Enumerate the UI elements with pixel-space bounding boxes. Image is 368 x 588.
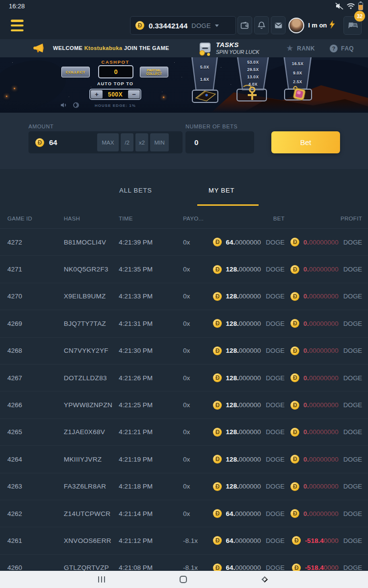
doge-coin-icon: Ð: [290, 482, 299, 491]
bet-amount: 128.000000: [226, 293, 261, 300]
cell-profit: Ð 0.00000000 DOGE: [285, 238, 362, 246]
cell-payout: 0x: [183, 510, 216, 517]
username-label[interactable]: I m on: [308, 22, 327, 29]
lantern-glow: [14, 88, 15, 89]
table-row[interactable]: 4267 DOTZLLDZ83 4:21:26 PM 0x Ð 128.0000…: [0, 365, 368, 392]
table-row[interactable]: 4265 Z1JAE0X68V 4:21:21 PM 0x Ð 128.0000…: [0, 419, 368, 446]
tasks-block[interactable]: TASKS SPIN YOUR LUCK: [216, 41, 260, 55]
menu-icon[interactable]: [11, 20, 24, 31]
profit-currency: DOGE: [343, 374, 362, 382]
table-header: GAME ID HASH TIME PAYO... BET PROFIT: [0, 208, 368, 229]
doge-coin-icon: Ð: [290, 455, 299, 464]
cell-game-id: 4267: [7, 374, 64, 382]
table-row[interactable]: 4261 XNVOOS6ERR 4:21:12 PM -8.1x Ð 64.00…: [0, 527, 368, 554]
doge-coin-icon: Ð: [290, 346, 299, 355]
bet-amount: 128.000000: [226, 347, 261, 354]
bet-amount: 64.0000000: [226, 239, 261, 246]
cell-bet: Ð 128.000000 DOGE: [216, 455, 285, 464]
bet-currency: DOGE: [266, 320, 285, 327]
rank-link[interactable]: ★ RANK: [286, 39, 315, 57]
table-row[interactable]: 4266 YPWW8ZNPZN 4:21:25 PM 0x Ð 128.0000…: [0, 392, 368, 418]
doge-coin-icon: Ð: [213, 455, 222, 464]
tasks-chest-icon[interactable]: [196, 40, 214, 57]
profit-currency: DOGE: [343, 293, 362, 300]
header-hash: HASH: [64, 216, 119, 221]
chat-badge: 32: [354, 11, 365, 22]
table-row[interactable]: 4264 MKIIIYJVRZ 4:21:19 PM 0x Ð 128.0000…: [0, 446, 368, 473]
table-row[interactable]: 4268 CN7VYKY2YF 4:21:30 PM 0x Ð 128.0000…: [0, 338, 368, 365]
multiplier-label: 29.5X: [247, 67, 259, 72]
wallet-button[interactable]: [237, 16, 252, 34]
cell-bet: Ð 128.000000 DOGE: [216, 401, 285, 410]
doge-coin-icon: Ð: [290, 265, 299, 274]
home-icon[interactable]: [180, 576, 187, 583]
profit-currency: DOGE: [343, 537, 362, 544]
header-game-id: GAME ID: [7, 216, 64, 221]
amount-input[interactable]: Ð 64 MAX /2 x2 MIN: [28, 131, 183, 153]
cell-bet: Ð 64.0000000 DOGE: [216, 238, 285, 246]
balance-selector[interactable]: Ð 0.33442144 DOGE: [130, 16, 236, 35]
cashpot-value: 0: [98, 65, 133, 78]
messages-button[interactable]: [271, 16, 286, 34]
number-of-bets-input[interactable]: 0: [185, 131, 254, 153]
recent-apps-icon[interactable]: [98, 576, 105, 583]
number-of-bets-label: NUMBER OF BETS: [185, 123, 237, 129]
min-button[interactable]: MIN: [150, 133, 169, 151]
bets-tabs: ALL BETS MY BET: [0, 169, 368, 208]
double-button[interactable]: x2: [135, 133, 148, 151]
table-row[interactable]: 4272 B81MOCLI4V 4:21:39 PM 0x Ð 64.00000…: [0, 229, 368, 256]
max-button[interactable]: MAX: [97, 133, 119, 151]
notifications-button[interactable]: [254, 16, 269, 34]
multiplier-label: 13.0X: [247, 74, 259, 79]
partial-collect-button[interactable]: PARTIAL COLLECT: [140, 67, 168, 77]
cell-hash: CN7VYKY2YF: [64, 347, 119, 354]
increase-button[interactable]: +: [91, 90, 103, 98]
cell-payout: -8.1x: [183, 537, 216, 544]
cell-payout: 0x: [183, 428, 216, 436]
table-row[interactable]: 4270 X9EILB9UMZ 4:21:33 PM 0x Ð 128.0000…: [0, 283, 368, 310]
doge-coin-icon: Ð: [213, 428, 222, 437]
cell-payout: 0x: [183, 293, 216, 300]
collect-button[interactable]: COLLECT: [61, 67, 90, 77]
multiplier-label: 9.0X: [293, 71, 302, 75]
cell-game-id: 4262: [7, 510, 64, 517]
doge-coin-icon: Ð: [135, 21, 144, 30]
megaphone-icon: [33, 43, 45, 53]
multiplier-label: 5.0X: [200, 65, 210, 70]
tab-all-bets[interactable]: ALL BETS: [119, 187, 152, 194]
decrease-button[interactable]: −: [128, 90, 140, 98]
chevron-down-icon: [215, 24, 219, 27]
app-screen: 16:28 Ð 0.33442144 DOGE: [0, 0, 368, 588]
cell-bet: Ð 128.000000 DOGE: [216, 346, 285, 355]
bet-amount: 64.0000000: [226, 537, 261, 544]
bet-currency: DOGE: [266, 510, 285, 517]
bet-currency: DOGE: [266, 537, 285, 544]
bet-amount: 128.000000: [226, 374, 261, 382]
back-icon[interactable]: [262, 576, 268, 583]
bet-amount: 128.000000: [226, 456, 261, 463]
welcome-suffix: JOIN THE GAME: [122, 45, 169, 51]
bet-amount: 128.000000: [226, 266, 261, 273]
table-row[interactable]: 4269 BJQ7TY7TAZ 4:21:31 PM 0x Ð 128.0000…: [0, 310, 368, 337]
multiplier-label: 53.0X: [247, 60, 259, 65]
table-row[interactable]: 4263 FA3Z6LR8AR 4:21:18 PM 0x Ð 128.0000…: [0, 473, 368, 500]
cell-time: 4:21:30 PM: [119, 347, 183, 354]
table-row[interactable]: 4262 Z14UTCPWCR 4:21:14 PM 0x Ð 64.00000…: [0, 500, 368, 527]
bet-button[interactable]: Bet: [271, 131, 340, 153]
profit-amount: -518.40000: [305, 537, 338, 544]
cell-game-id: 4265: [7, 428, 64, 436]
cell-time: 4:21:19 PM: [119, 456, 183, 463]
clock: 16:28: [9, 2, 25, 10]
cell-time: 4:21:14 PM: [119, 510, 183, 517]
doge-coin-icon: Ð: [213, 373, 222, 382]
cell-payout: 0x: [183, 347, 216, 354]
cell-hash: Z1JAE0X68V: [64, 428, 119, 436]
table-row[interactable]: 4271 NK0Q5GR2F3 4:21:35 PM 0x Ð 128.0000…: [0, 256, 368, 283]
profit-currency: DOGE: [343, 266, 362, 273]
avatar[interactable]: [289, 18, 304, 33]
cell-game-id: 4268: [7, 347, 64, 354]
tab-my-bet[interactable]: MY BET: [209, 187, 235, 194]
cell-profit: Ð 0.00000000 DOGE: [285, 265, 362, 274]
half-button[interactable]: /2: [121, 133, 133, 151]
faq-link[interactable]: ? FAQ: [330, 39, 354, 57]
